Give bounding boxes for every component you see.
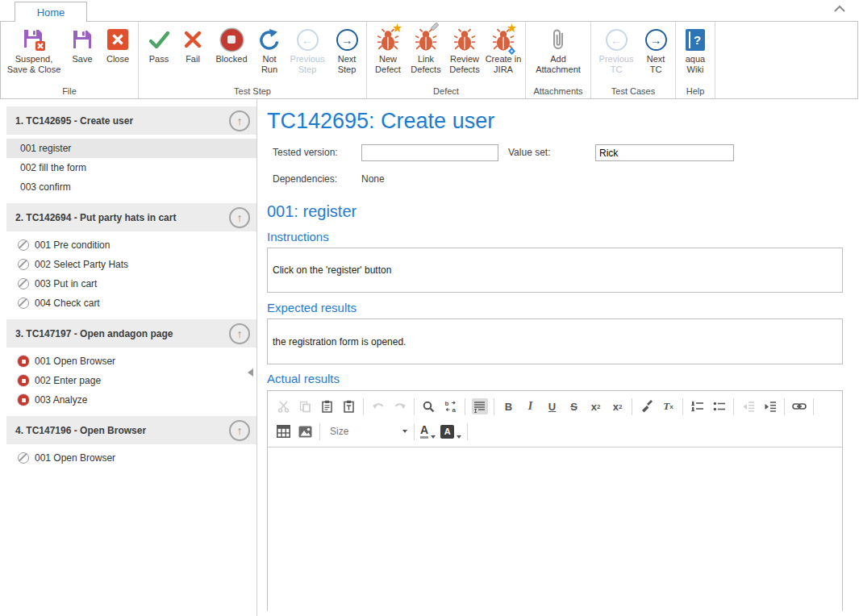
next-step-label: Next Step bbox=[331, 54, 363, 75]
testcase-group-header-1[interactable]: 1. TC142695 - Create user ↑ bbox=[6, 106, 256, 135]
aqua-wiki-button[interactable]: ? aqua Wiki bbox=[678, 23, 712, 77]
scroll-to-top-icon[interactable]: ↑ bbox=[229, 323, 250, 344]
paste-from-word-icon[interactable] bbox=[341, 398, 357, 414]
not-run-button[interactable]: Not Run bbox=[254, 23, 285, 77]
wiki-book-icon: ? bbox=[686, 25, 705, 54]
testcase-group-header-4[interactable]: 4. TC147196 - Open Browser ↑ bbox=[6, 416, 256, 444]
remove-format-icon[interactable]: Tx bbox=[661, 398, 677, 414]
test-step-item[interactable]: 003 Analyze bbox=[6, 390, 256, 410]
group-label-test-step: Test Step bbox=[141, 85, 364, 98]
strikethrough-icon[interactable]: S bbox=[566, 398, 582, 414]
suspend-save-close-button[interactable]: Suspend, Save & Close bbox=[3, 23, 65, 77]
test-step-item[interactable]: 003 Put in cart bbox=[6, 274, 256, 293]
sidebar-splitter[interactable] bbox=[256, 99, 257, 616]
italic-icon[interactable]: I bbox=[523, 398, 539, 414]
toolbar-separator bbox=[414, 398, 415, 415]
review-defects-button[interactable]: Review Defects bbox=[445, 23, 484, 77]
bug-link-icon bbox=[415, 25, 436, 54]
save-suspend-icon bbox=[23, 25, 45, 54]
create-in-jira-button[interactable]: Create in JIRA bbox=[484, 23, 523, 77]
pass-button[interactable]: Pass bbox=[141, 23, 177, 66]
link-defects-label: Link Defects bbox=[407, 54, 444, 75]
not-run-label: Not Run bbox=[255, 54, 284, 75]
test-step-item[interactable]: 002 Select Party Hats bbox=[6, 255, 256, 274]
scroll-to-top-icon[interactable]: ↑ bbox=[229, 110, 250, 131]
insert-image-icon[interactable] bbox=[298, 423, 314, 439]
copy-icon[interactable] bbox=[298, 398, 314, 414]
svg-text:a: a bbox=[452, 406, 456, 414]
decrease-indent-icon[interactable] bbox=[740, 398, 757, 414]
group-label-defect: Defect bbox=[369, 85, 523, 98]
insert-table-icon[interactable] bbox=[276, 423, 292, 439]
test-step-item-selected[interactable]: 001 register bbox=[6, 139, 256, 158]
paste-icon[interactable] bbox=[319, 398, 336, 414]
actual-results-heading: Actual results bbox=[267, 372, 340, 385]
increase-indent-icon[interactable] bbox=[762, 398, 778, 414]
test-step-item[interactable]: 003 confirm bbox=[6, 177, 256, 197]
testcase-group-header-3[interactable]: 3. TC147197 - Open andagon page ↑ bbox=[6, 319, 256, 348]
new-defect-button[interactable]: New Defect bbox=[369, 23, 407, 77]
previous-step-button[interactable]: ← Previous Step bbox=[285, 23, 330, 77]
scroll-to-top-icon[interactable]: ↑ bbox=[229, 420, 250, 441]
group-label-attachments: Attachments bbox=[528, 85, 588, 98]
blocked-button[interactable]: Blocked bbox=[209, 23, 254, 66]
bulleted-list-icon[interactable] bbox=[711, 398, 728, 414]
actual-results-editor-area[interactable] bbox=[268, 447, 842, 616]
superscript-icon[interactable]: x2 bbox=[610, 398, 626, 414]
format-painter-icon[interactable] bbox=[639, 398, 655, 414]
collapse-ribbon-icon[interactable] bbox=[833, 4, 846, 14]
next-step-button[interactable]: → Next Step bbox=[330, 23, 364, 77]
add-attachment-button[interactable]: Add Attachment bbox=[528, 23, 588, 77]
fail-button[interactable]: Fail bbox=[177, 23, 209, 66]
ribbon-group-attachments: Add Attachment Attachments bbox=[526, 22, 591, 98]
test-step-item[interactable]: 001 Open Browser bbox=[6, 352, 256, 371]
tested-version-input[interactable] bbox=[361, 144, 498, 161]
step-title: 001: register bbox=[267, 202, 357, 221]
close-button[interactable]: Close bbox=[100, 23, 136, 66]
expected-results-heading: Expected results bbox=[267, 301, 357, 314]
pencil-badge-icon bbox=[430, 23, 440, 32]
value-set-label: Value set: bbox=[508, 147, 550, 158]
expected-results-text: the registration form is opened. bbox=[273, 336, 406, 348]
blocked-status-icon bbox=[18, 375, 29, 386]
test-step-item[interactable]: 002 Enter page bbox=[6, 371, 256, 390]
previous-tc-button[interactable]: ← Previous TC bbox=[594, 23, 639, 77]
new-star-badge-icon bbox=[393, 23, 402, 32]
redo-icon[interactable] bbox=[392, 398, 408, 414]
test-step-item[interactable]: 004 Check cart bbox=[6, 293, 256, 313]
test-step-item[interactable]: 001 Pre condition bbox=[6, 235, 256, 255]
numbered-list-icon[interactable] bbox=[690, 398, 706, 414]
save-button[interactable]: Save bbox=[65, 23, 100, 66]
next-tc-label: Next TC bbox=[640, 54, 672, 75]
test-step-item[interactable]: 002 fill the form bbox=[6, 158, 256, 177]
value-set-input[interactable] bbox=[595, 144, 734, 161]
ribbon-group-test-step: Pass Fail Blocked Not Run bbox=[139, 22, 367, 98]
suspend-save-close-label: Suspend, Save & Close bbox=[7, 54, 61, 75]
bold-icon[interactable]: B bbox=[501, 398, 517, 414]
background-color-button[interactable]: A bbox=[440, 425, 461, 439]
cut-icon[interactable] bbox=[276, 398, 292, 414]
test-step-item[interactable]: 001 Open Browser bbox=[6, 448, 256, 468]
review-defects-label: Review Defects bbox=[446, 54, 483, 75]
link-icon[interactable] bbox=[791, 398, 807, 414]
find-icon[interactable] bbox=[421, 398, 437, 414]
paragraph-format-icon[interactable] bbox=[472, 398, 488, 414]
instructions-field[interactable]: Click on the 'register' button bbox=[267, 248, 843, 293]
replace-icon[interactable]: b a bbox=[443, 398, 459, 414]
splitter-collapse-arrow-icon[interactable] bbox=[248, 368, 253, 377]
expected-results-field[interactable]: the registration form is opened. bbox=[267, 318, 843, 364]
paperclip-icon bbox=[550, 25, 566, 54]
subscript-icon[interactable]: x2 bbox=[588, 398, 604, 414]
group-label-help: Help bbox=[678, 85, 712, 98]
font-size-dropdown[interactable]: Size bbox=[327, 422, 407, 440]
testcase-group-title: 2. TC142694 - Put party hats in cart bbox=[15, 212, 229, 223]
scroll-to-top-icon[interactable]: ↑ bbox=[229, 207, 250, 228]
toolbar-separator bbox=[733, 398, 734, 415]
tab-home[interactable]: Home bbox=[15, 2, 87, 22]
link-defects-button[interactable]: Link Defects bbox=[407, 23, 445, 77]
text-color-button[interactable]: A bbox=[420, 424, 436, 439]
next-tc-button[interactable]: → Next TC bbox=[639, 23, 673, 77]
testcase-group-header-2[interactable]: 2. TC142694 - Put party hats in cart ↑ bbox=[6, 203, 256, 231]
underline-icon[interactable]: U bbox=[544, 398, 561, 414]
undo-icon[interactable] bbox=[370, 398, 386, 414]
